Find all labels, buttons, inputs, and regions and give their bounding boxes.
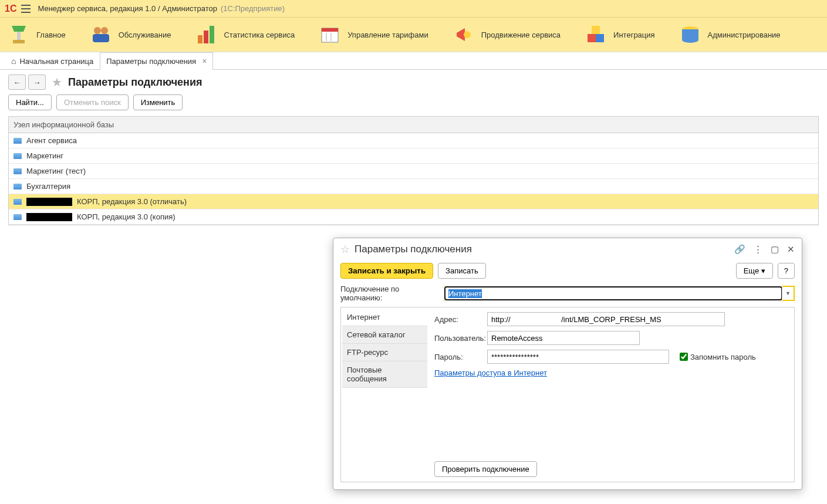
find-button[interactable]: Найти... xyxy=(8,94,52,110)
nav-stats[interactable]: Статистика сервиса xyxy=(194,23,295,46)
page-area: ← → ★ Параметры подключения Найти... Отм… xyxy=(0,70,827,230)
node-icon xyxy=(13,168,22,174)
people-icon xyxy=(89,23,113,46)
nav-tariffs[interactable]: Управление тарифами xyxy=(318,23,428,46)
lamp-icon xyxy=(7,23,31,46)
calendar-icon xyxy=(318,23,342,46)
nav-label: Интеграция xyxy=(613,31,655,39)
megaphone-icon xyxy=(452,23,475,46)
row-text: Агент сервиса xyxy=(26,136,77,145)
app-subtitle: (1С:Предприятие) xyxy=(221,4,285,13)
redacted-text xyxy=(26,213,72,221)
nav-service[interactable]: Обслуживание xyxy=(89,23,171,46)
node-icon xyxy=(13,138,22,144)
svg-point-18 xyxy=(682,37,698,43)
svg-rect-0 xyxy=(13,40,25,43)
svg-rect-9 xyxy=(322,28,338,32)
edit-button[interactable]: Изменить xyxy=(133,94,183,110)
table-row[interactable]: Бухгалтерия xyxy=(9,179,818,194)
row-text: Бухгалтерия xyxy=(26,182,70,191)
svg-rect-5 xyxy=(198,35,202,43)
nav-main[interactable]: Главное xyxy=(7,23,66,46)
grid-header[interactable]: Узел информационной базы xyxy=(9,117,818,133)
node-icon xyxy=(13,199,22,205)
nav-admin[interactable]: Администрирование xyxy=(679,23,781,46)
table-row[interactable]: Маркетинг xyxy=(9,148,818,164)
back-button[interactable]: ← xyxy=(8,75,26,90)
svg-rect-14 xyxy=(596,34,604,42)
tab-label: Начальная страница xyxy=(19,57,93,66)
svg-point-3 xyxy=(101,27,108,34)
forward-button[interactable]: → xyxy=(28,75,46,90)
blocks-icon xyxy=(584,23,607,46)
node-icon xyxy=(13,153,22,159)
svg-rect-6 xyxy=(204,31,208,43)
topbar: 1C Менеджер сервиса, редакция 1.0 / Адми… xyxy=(0,0,827,18)
svg-point-2 xyxy=(94,27,101,34)
svg-rect-15 xyxy=(592,26,600,34)
nav-label: Продвижение сервиса xyxy=(481,31,561,39)
nav-integration[interactable]: Интеграция xyxy=(584,23,655,46)
home-icon: ⌂ xyxy=(11,56,16,66)
node-icon xyxy=(13,184,22,190)
app-title: Менеджер сервиса, редакция 1.0 / Админис… xyxy=(38,4,217,13)
table-row[interactable]: Маркетинг (тест) xyxy=(9,164,818,179)
page-title: Параметры подключения xyxy=(68,76,202,89)
row-text: Маркетинг xyxy=(26,151,63,160)
tabstrip: ⌂ Начальная страница Параметры подключен… xyxy=(0,52,827,70)
nav-promo[interactable]: Продвижение сервиса xyxy=(452,23,561,46)
menu-icon[interactable] xyxy=(21,5,31,13)
cancel-find-button: Отменить поиск xyxy=(56,94,129,110)
nav-label: Администрирование xyxy=(708,31,781,39)
nav-label: Управление тарифами xyxy=(347,31,428,39)
tab-params[interactable]: Параметры подключения × xyxy=(100,52,213,70)
table-row[interactable]: Агент сервиса xyxy=(9,133,818,148)
row-text: Маркетинг (тест) xyxy=(26,167,86,175)
nav-label: Главное xyxy=(36,31,66,39)
table-row[interactable]: КОРП, редакция 3.0 (копия) xyxy=(9,209,818,225)
row-text: КОРП, редакция 3.0 (копия) xyxy=(77,212,175,221)
tab-home[interactable]: ⌂ Начальная страница xyxy=(5,52,100,70)
star-icon[interactable]: ★ xyxy=(52,75,62,89)
node-icon xyxy=(13,214,22,220)
ribbon: Главное Обслуживание Статистика сервиса … xyxy=(0,18,827,52)
logo-1c: 1C xyxy=(5,4,16,14)
svg-rect-4 xyxy=(93,34,109,42)
svg-point-12 xyxy=(464,31,471,38)
close-icon[interactable]: × xyxy=(202,56,207,66)
nav-label: Статистика сервиса xyxy=(224,31,295,39)
grid: Узел информационной базы Агент сервисаМа… xyxy=(8,116,819,225)
tab-label: Параметры подключения xyxy=(106,57,196,66)
redacted-text xyxy=(26,198,72,206)
svg-rect-7 xyxy=(210,26,214,43)
chart-icon xyxy=(194,23,218,46)
table-row[interactable]: КОРП, редакция 3.0 (отличать) xyxy=(9,194,818,209)
nav-label: Обслуживание xyxy=(119,31,171,39)
svg-rect-13 xyxy=(588,34,596,42)
row-text: КОРП, редакция 3.0 (отличать) xyxy=(77,197,187,206)
server-icon xyxy=(679,23,702,46)
